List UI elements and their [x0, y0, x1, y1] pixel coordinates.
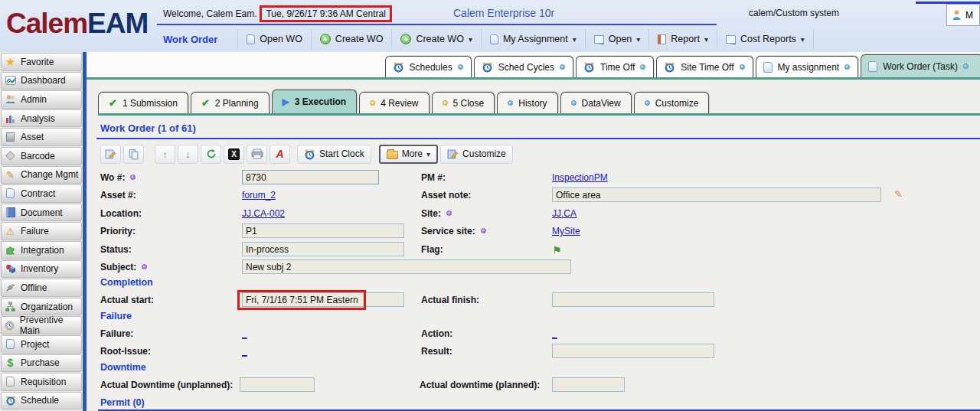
- clock-icon: [4, 321, 16, 331]
- service-site-label: Service site:: [421, 226, 486, 236]
- tab-time-off[interactable]: Time Off: [576, 56, 654, 77]
- dashboard-icon: [4, 75, 17, 86]
- play-icon: ▶: [283, 96, 289, 107]
- actual-start-field[interactable]: Fri, 7/1/16 7:51 PM Eastern: [242, 292, 404, 307]
- record-toolbar: ↑ ↓ X A Start Clock More ▾ Customize: [100, 143, 515, 165]
- status-field[interactable]: In-process: [242, 242, 404, 256]
- downtime-planned-field[interactable]: [552, 377, 625, 392]
- contract-page-icon: [4, 188, 17, 198]
- sidebar-item-contract[interactable]: Contract: [1, 184, 82, 203]
- root-issue-link[interactable]: _: [242, 346, 247, 357]
- wo-number-field[interactable]: 8730: [242, 170, 379, 184]
- check-icon: ✔: [201, 97, 210, 109]
- sidebar-item-schedule[interactable]: Schedule: [1, 392, 82, 410]
- menu-open-wo[interactable]: Open WO: [237, 29, 311, 49]
- sidebar-item-organization[interactable]: Organization: [1, 298, 82, 316]
- refresh-button[interactable]: [201, 145, 221, 164]
- tab-site-time-off[interactable]: Site Time Off: [656, 56, 753, 77]
- asset-number-link[interactable]: forum_2: [242, 190, 276, 201]
- menu-item-label: Open: [609, 34, 632, 44]
- action-link[interactable]: _: [552, 328, 557, 339]
- sidebar-item-asset[interactable]: Asset: [1, 128, 82, 146]
- sidebar-item-purchase[interactable]: $ Purchase: [1, 354, 82, 373]
- tab-label: 3 Execution: [295, 96, 346, 107]
- tab-my-assignment[interactable]: My assignment: [756, 56, 859, 77]
- sidebar-item-document[interactable]: Document: [1, 204, 82, 222]
- menu-open[interactable]: → Open ▾: [585, 29, 649, 49]
- pm-number-link[interactable]: InspectionPM: [552, 172, 608, 183]
- tab-planning[interactable]: ✔ 2 Planning: [191, 92, 270, 113]
- report-icon: [658, 34, 666, 44]
- next-record-button[interactable]: ↓: [178, 145, 198, 164]
- sidebar-item-barcode[interactable]: Barcode: [1, 147, 82, 165]
- priority-label: Priority:: [100, 226, 136, 236]
- actual-finish-field[interactable]: [552, 292, 714, 307]
- chevron-down-icon: ▾: [801, 35, 805, 44]
- tab-dataview[interactable]: DataView: [560, 92, 632, 113]
- menu-report[interactable]: Report ▾: [648, 29, 717, 49]
- alarm-clock-icon: [304, 148, 315, 160]
- print-button[interactable]: [247, 145, 267, 164]
- sidebar-item-change-mgmt[interactable]: ✎ Change Mgmt: [1, 166, 82, 184]
- sidebar-item-label: Requisition: [21, 377, 66, 387]
- site-link[interactable]: JJ.CA: [552, 208, 577, 219]
- menu-my-assignment[interactable]: My Assignment ▾: [481, 29, 585, 49]
- menu-cost-reports[interactable]: → Cost Reports ▾: [717, 29, 814, 49]
- sidebar-item-requisition[interactable]: Requisition: [1, 373, 82, 391]
- edit-button[interactable]: [100, 145, 121, 164]
- menu-create-wo-dropdown[interactable]: + Create WO ▾: [391, 29, 481, 49]
- stage-tab-bar: ✔ 1 Submission ✔ 2 Planning ▶ 3 Executio…: [98, 88, 980, 116]
- pending-dot-icon: [443, 100, 448, 106]
- tab-review[interactable]: 4 Review: [359, 92, 429, 113]
- sidebar-item-label: Favorite: [21, 57, 54, 67]
- tab-execution[interactable]: ▶ 3 Execution: [272, 90, 358, 113]
- asset-note-field[interactable]: Office area: [552, 188, 881, 202]
- tab-sched-cycles[interactable]: Sched Cycles: [474, 56, 573, 77]
- sidebar-item-favorite[interactable]: ★ Favorite: [1, 53, 82, 71]
- chevron-down-icon: ▾: [636, 35, 640, 44]
- section-completion: Completion: [100, 277, 980, 292]
- sidebar-item-inventory[interactable]: Inventory: [1, 260, 82, 279]
- tab-close[interactable]: 5 Close: [432, 92, 495, 113]
- sidebar-item-analysis[interactable]: Analysis: [1, 109, 82, 128]
- warning-icon: ⚠: [4, 226, 17, 237]
- user-button-label: M: [965, 10, 973, 21]
- sidebar-item-dashboard[interactable]: Dashboard: [1, 72, 82, 90]
- sidebar-item-failure[interactable]: ⚠ Failure: [1, 222, 82, 240]
- tab-submission[interactable]: ✔ 1 Submission: [98, 92, 188, 113]
- pdf-export-button[interactable]: A: [270, 145, 290, 164]
- tab-label: 5 Close: [453, 98, 485, 109]
- sidebar-item-preventive-maint[interactable]: Preventive Main: [1, 316, 82, 334]
- flag-icon[interactable]: ⚑: [552, 244, 562, 256]
- edit-note-pencil-icon[interactable]: ✎: [894, 188, 903, 200]
- record-title: Work Order (1 of 61): [100, 122, 196, 134]
- sidebar-item-integration[interactable]: Integration: [1, 241, 82, 259]
- sidebar-item-admin[interactable]: Admin: [1, 90, 82, 109]
- failure-link[interactable]: _: [242, 328, 247, 339]
- start-clock-button[interactable]: Start Clock: [297, 145, 371, 164]
- sidebar-item-offline[interactable]: Offline: [1, 279, 82, 297]
- tab-schedules[interactable]: Schedules: [385, 56, 472, 77]
- service-site-link[interactable]: MySite: [552, 226, 580, 236]
- tab-history[interactable]: History: [497, 92, 557, 113]
- copy-button[interactable]: [123, 145, 144, 164]
- priority-field[interactable]: P1: [242, 223, 404, 238]
- sidebar-item-project[interactable]: Project: [1, 335, 82, 354]
- subject-field[interactable]: New subj 2: [242, 259, 571, 274]
- more-dropdown-button[interactable]: More ▾: [379, 145, 438, 164]
- tab-customize[interactable]: Customize: [634, 92, 710, 113]
- tab-work-order-task[interactable]: Work Order (Task): [861, 54, 980, 77]
- row-wo-pm: Wo #: 8730 PM #: InspectionPM: [100, 170, 980, 188]
- welcome-row: Welcome, Calem Eam. Tue, 9/26/17 9:36 AM…: [163, 5, 392, 22]
- menu-create-wo[interactable]: + Create WO: [311, 29, 392, 49]
- wo-number-label: Wo #:: [100, 172, 136, 183]
- delete-button[interactable]: X: [224, 145, 244, 164]
- previous-record-button[interactable]: ↑: [155, 145, 175, 164]
- result-field[interactable]: [552, 344, 714, 358]
- book-icon: [4, 207, 17, 217]
- datetime-highlight: Tue, 9/26/17 9:36 AM Central: [260, 5, 391, 22]
- customize-button[interactable]: Customize: [440, 145, 513, 164]
- location-link[interactable]: JJ.CA-002: [242, 208, 285, 219]
- downtime-unplanned-field[interactable]: [240, 377, 315, 392]
- user-menu-button[interactable]: M: [946, 4, 980, 26]
